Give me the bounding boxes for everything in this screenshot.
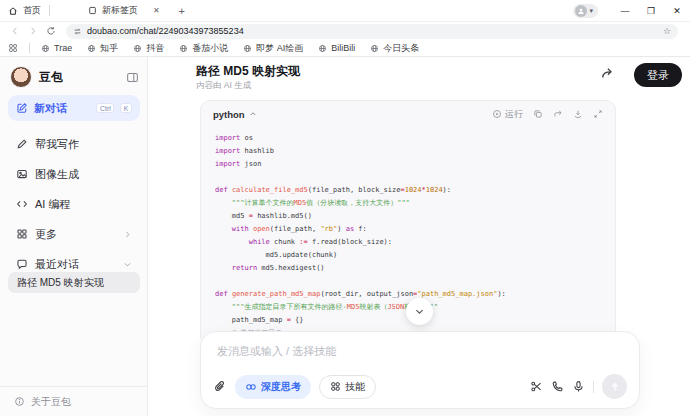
login-button[interactable]: 登录 [634, 63, 682, 87]
chrome-right-controls: ▾ — ❐ ✕ [573, 0, 690, 21]
app-name: 豆包 [39, 69, 119, 86]
bookmark-label: 抖音 [146, 42, 164, 55]
globe-icon [41, 44, 50, 53]
code-line: def calculate_file_md5(file_path, block_… [215, 184, 601, 197]
chevron-up-icon[interactable] [249, 110, 257, 118]
bookmark-douyin[interactable]: 抖音 [133, 42, 164, 55]
recent-chat-item[interactable]: 路径 MD5 映射实现 [8, 272, 140, 293]
bookmark-zhihu[interactable]: 知乎 [87, 42, 118, 55]
code-line: return md5.hexdigest() [215, 262, 601, 275]
chevron-down-icon [123, 260, 132, 269]
bookmark-trae[interactable]: Trae [41, 43, 72, 53]
bookmark-label: 今日头条 [383, 42, 419, 55]
apps-grid-icon[interactable] [8, 43, 18, 53]
send-button[interactable] [602, 374, 627, 399]
new-tab-button[interactable]: + [174, 3, 190, 19]
collapse-sidebar-icon[interactable] [126, 71, 139, 84]
code-line: md5.update(chunk) [215, 249, 601, 262]
home-icon [8, 6, 18, 16]
phone-icon[interactable] [551, 380, 564, 393]
window-close-button[interactable]: ✕ [664, 0, 690, 21]
code-line: import hashlib [215, 145, 601, 158]
about-label: 关于豆包 [31, 395, 71, 409]
forward-button[interactable] [24, 23, 42, 39]
code-line: """计算单个文件的MD5值（分块读取，支持大文件）""" [215, 197, 601, 210]
shortcut-ctrl-key: Ctrl [96, 103, 114, 113]
bookmark-label: 知乎 [100, 42, 118, 55]
doubao-avatar[interactable] [10, 66, 32, 88]
about-doubao[interactable]: 关于豆包 [0, 386, 147, 416]
tab-home[interactable]: 首页 [0, 0, 49, 21]
composer-divider [593, 381, 594, 393]
address-bar[interactable]: doubao.com/chat/22490343973855234 ☆ [66, 24, 678, 39]
bookmark-star-icon[interactable]: ☆ [663, 26, 671, 36]
tab-strip: 首页 新标签页 ✕ + ▾ — ❐ ✕ [0, 0, 690, 21]
sidebar-item-image-gen[interactable]: 图像生成 [8, 161, 140, 187]
back-button[interactable] [6, 23, 24, 39]
code-line: while chunk := f.read(block_size): [215, 236, 601, 249]
refresh-button[interactable] [42, 23, 60, 39]
deep-think-label: 深度思考 [261, 380, 301, 394]
copy-icon[interactable] [533, 109, 543, 119]
sidebar-item-new-chat[interactable]: 新对话 Ctrl K [8, 95, 140, 121]
tab-new-label: 新标签页 [102, 4, 138, 17]
chevron-down-icon: ▾ [589, 7, 593, 15]
recent-title: 最近对话 [35, 257, 116, 272]
code-line: import os [215, 132, 601, 145]
bookmark-fanqie[interactable]: 番茄小说 [179, 42, 228, 55]
sidebar-item-ai-coding[interactable]: AI 编程 [8, 191, 140, 217]
window-maximize-button[interactable]: ❐ [638, 0, 664, 21]
code-language-label[interactable]: python [213, 109, 245, 120]
deep-think-icon [245, 381, 257, 393]
chat-bubble-icon [16, 258, 28, 270]
code-line: with open(file_path, "rb") as f: [215, 223, 601, 236]
code-line [215, 275, 601, 288]
browser-window: 首页 新标签页 ✕ + ▾ — ❐ ✕ [0, 0, 690, 416]
sidebar: 豆包 新对话 Ctrl K 帮我写作 [0, 57, 148, 416]
attachment-paperclip-icon[interactable] [213, 380, 227, 394]
share-icon[interactable] [600, 66, 614, 80]
bookmark-jimeng[interactable]: 即梦 AI绘画 [243, 42, 303, 55]
new-chat-icon [16, 102, 28, 114]
bookmark-label: BiliBili [331, 43, 355, 53]
globe-icon [370, 44, 379, 53]
scissors-icon[interactable] [530, 380, 543, 393]
insert-arrow-icon[interactable] [553, 109, 563, 119]
expand-icon[interactable] [593, 109, 603, 119]
close-tab-icon[interactable]: ✕ [153, 6, 160, 15]
deep-think-button[interactable]: 深度思考 [235, 375, 311, 399]
bookmark-toutiao[interactable]: 今日头条 [370, 42, 419, 55]
bookmark-bilibili[interactable]: BiliBili [318, 43, 355, 53]
skills-grid-icon [330, 381, 341, 392]
message-composer: 发消息或输入 / 选择技能 深度思考 [200, 331, 640, 409]
code-line [215, 171, 601, 184]
code-icon [16, 198, 28, 210]
code-line: def generate_path_md5_map(root_dir, outp… [215, 288, 601, 301]
tab-separator [49, 5, 50, 16]
skills-button[interactable]: 技能 [319, 375, 376, 399]
globe-icon [318, 44, 327, 53]
image-icon [16, 168, 28, 180]
run-label: 运行 [505, 108, 523, 121]
download-icon[interactable] [573, 109, 583, 119]
code-line: md5 = hashlib.md5() [215, 210, 601, 223]
sidebar-item-writing[interactable]: 帮我写作 [8, 131, 140, 157]
sidebar-item-more[interactable]: 更多 [8, 221, 140, 247]
tab-new-tab-page[interactable]: 新标签页 ✕ [80, 0, 168, 21]
run-button[interactable]: 运行 [492, 108, 523, 121]
bookmarks-bar: Trae 知乎 抖音 番茄小说 即梦 AI绘画 BiliBili 今日头条 [0, 40, 690, 57]
sidebar-item-label: 更多 [35, 227, 116, 242]
chat-title: 路径 MD5 映射实现 [196, 63, 300, 80]
code-block-header: python 运行 [201, 101, 615, 127]
browser-profile-button[interactable]: ▾ [573, 4, 598, 18]
shortcut-k-key: K [120, 103, 132, 113]
sidebar-item-label: 图像生成 [35, 167, 132, 182]
message-input[interactable]: 发消息或输入 / 选择技能 [217, 344, 623, 359]
microphone-icon[interactable] [572, 380, 585, 393]
scroll-to-bottom-button[interactable] [406, 298, 433, 325]
bookmarks-divider [29, 43, 30, 53]
new-chat-label: 新对话 [34, 101, 90, 116]
window-minimize-button[interactable]: — [612, 0, 638, 21]
url-text: doubao.com/chat/22490343973855234 [87, 26, 244, 36]
chevron-right-icon [123, 230, 132, 239]
